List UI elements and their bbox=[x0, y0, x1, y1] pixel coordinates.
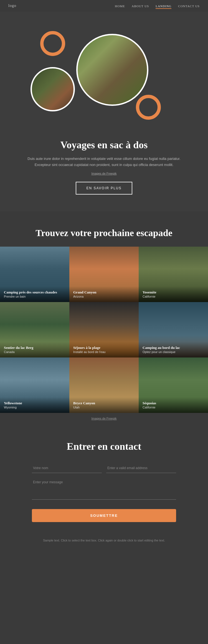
hero-section: Voyages en sac à dos Duis aute irure dol… bbox=[0, 12, 208, 211]
gallery-overlay-5: Séjours à la plage Installé au bord de l… bbox=[69, 342, 139, 357]
logo: logo bbox=[8, 4, 16, 8]
header: logo HOME ABOUT US LANDING CONTACT US bbox=[0, 0, 208, 12]
gallery-sub-5: Installé au bord de l'eau bbox=[73, 350, 135, 354]
nav-link-contact[interactable]: CONTACT US bbox=[178, 4, 200, 8]
nav-item-contact[interactable]: CONTACT US bbox=[178, 3, 200, 8]
nav-link-about[interactable]: ABOUT US bbox=[132, 4, 149, 8]
gallery-title-9: Séquoias bbox=[143, 401, 204, 406]
gallery-overlay-8: Bryce Canyon Utah bbox=[69, 397, 139, 413]
gallery-overlay-2: Grand Canyon Arizona bbox=[69, 286, 139, 302]
nav-item-landing[interactable]: LANDING bbox=[156, 3, 171, 8]
gallery-item-1[interactable]: Camping près des sources chaudes Prendre… bbox=[0, 247, 69, 302]
gallery-sub-1: Prendre un bain bbox=[4, 295, 65, 298]
gallery-attribution: Images de Freepik bbox=[0, 413, 208, 424]
nav-link-landing[interactable]: LANDING bbox=[156, 4, 171, 9]
gallery-item-7[interactable]: Yellowstone Wyoming bbox=[0, 357, 69, 413]
contact-form: SOUMETTRE bbox=[32, 463, 176, 522]
hero-button[interactable]: EN SAVOIR PLUS bbox=[76, 182, 132, 195]
gallery-item-3[interactable]: Yosemite Californie bbox=[139, 247, 208, 302]
form-row-top bbox=[32, 463, 176, 473]
gallery-sub-4: Canada bbox=[4, 350, 65, 354]
hero-description: Duis aute irure dolor in reprehenderit i… bbox=[24, 156, 184, 168]
gallery-overlay-6: Camping au bord du lac Optez pour un cla… bbox=[139, 342, 208, 357]
gallery-title-6: Camping au bord du lac bbox=[143, 346, 204, 350]
gallery-attribution-link[interactable]: Images de Freepik bbox=[91, 417, 116, 420]
gallery-section: Trouvez votre prochaine escapade Camping… bbox=[0, 211, 208, 424]
gallery-sub-8: Utah bbox=[73, 406, 135, 409]
gallery-sub-9: Californie bbox=[143, 406, 204, 409]
nav-item-home[interactable]: HOME bbox=[115, 3, 125, 8]
gallery-sub-7: Wyoming bbox=[4, 406, 65, 409]
gallery-item-4[interactable]: Sentier du lac Berg Canada bbox=[0, 302, 69, 357]
footer-note: Sample text. Click to select the text bo… bbox=[0, 533, 208, 548]
message-textarea[interactable] bbox=[32, 477, 176, 500]
contact-title: Entrer en contact bbox=[8, 441, 200, 452]
gallery-title-2: Grand Canyon bbox=[73, 290, 135, 295]
hero-title: Voyages en sac à dos bbox=[8, 139, 200, 151]
submit-button[interactable]: SOUMETTRE bbox=[32, 509, 176, 522]
gallery-title-7: Yellowstone bbox=[4, 401, 65, 406]
gallery-overlay-4: Sentier du lac Berg Canada bbox=[0, 342, 69, 357]
gallery-item-5[interactable]: Séjours à la plage Installé au bord de l… bbox=[69, 302, 139, 357]
gallery-grid: Camping près des sources chaudes Prendre… bbox=[0, 247, 208, 413]
gallery-item-6[interactable]: Camping au bord du lac Optez pour un cla… bbox=[139, 302, 208, 357]
nav: HOME ABOUT US LANDING CONTACT US bbox=[115, 3, 200, 8]
gallery-title-8: Bryce Canyon bbox=[73, 401, 135, 406]
hero-image-small bbox=[31, 67, 75, 111]
nav-item-about[interactable]: ABOUT US bbox=[132, 3, 149, 8]
gallery-item-8[interactable]: Bryce Canyon Utah bbox=[69, 357, 139, 413]
ring-topleft-icon bbox=[40, 31, 65, 56]
gallery-title-4: Sentier du lac Berg bbox=[4, 346, 65, 350]
gallery-overlay-1: Camping près des sources chaudes Prendre… bbox=[0, 286, 69, 302]
gallery-title-3: Yosemite bbox=[143, 290, 204, 295]
hero-images bbox=[8, 23, 200, 128]
gallery-sub-3: Californie bbox=[143, 295, 204, 298]
gallery-overlay-7: Yellowstone Wyoming bbox=[0, 397, 69, 413]
gallery-item-9[interactable]: Séquoias Californie bbox=[139, 357, 208, 413]
gallery-title-1: Camping près des sources chaudes bbox=[4, 290, 65, 295]
gallery-item-2[interactable]: Grand Canyon Arizona bbox=[69, 247, 139, 302]
ring-bottomright-icon bbox=[136, 95, 161, 120]
hero-attribution: Images de Freepik bbox=[8, 172, 200, 175]
contact-section: Entrer en contact SOUMETTRE bbox=[0, 424, 208, 533]
nav-link-home[interactable]: HOME bbox=[115, 4, 125, 8]
hero-image-large bbox=[76, 34, 148, 106]
gallery-title: Trouvez votre prochaine escapade bbox=[0, 228, 208, 238]
hero-attribution-link[interactable]: Images de Freepik bbox=[91, 172, 116, 175]
gallery-sub-6: Optez pour un classique bbox=[143, 350, 204, 354]
email-input[interactable] bbox=[106, 463, 176, 473]
gallery-title-5: Séjours à la plage bbox=[73, 346, 135, 350]
gallery-sub-2: Arizona bbox=[73, 295, 135, 298]
gallery-overlay-3: Yosemite Californie bbox=[139, 286, 208, 302]
name-input[interactable] bbox=[32, 463, 102, 473]
gallery-overlay-9: Séquoias Californie bbox=[139, 397, 208, 413]
